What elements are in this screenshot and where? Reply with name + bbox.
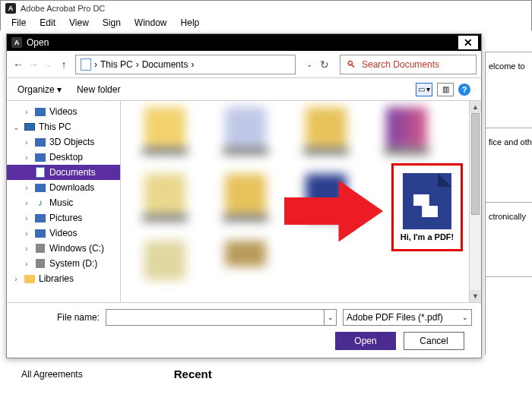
app-title: Adobe Acrobat Pro DC bbox=[21, 4, 105, 13]
recent-heading: Recent bbox=[174, 368, 212, 380]
highlighted-file[interactable]: Hi, I'm a PDF! bbox=[391, 163, 463, 251]
tree-item-label: Windows (C:) bbox=[49, 243, 104, 254]
scroll-up-icon[interactable]: ▲ bbox=[470, 101, 481, 113]
refresh-icon[interactable]: ↻ bbox=[320, 58, 329, 71]
expand-icon[interactable]: › bbox=[22, 184, 31, 192]
blue-icon bbox=[34, 182, 46, 193]
tree-item-label: Documents bbox=[49, 167, 96, 178]
toolbar-row: Organize ▾ New folder ▭ ▾ ▥ ? bbox=[7, 78, 481, 101]
cancel-button[interactable]: Cancel bbox=[404, 332, 464, 350]
expand-icon[interactable]: › bbox=[22, 138, 31, 147]
expand-icon[interactable]: › bbox=[22, 214, 31, 222]
expand-icon[interactable]: › bbox=[22, 245, 31, 253]
blue-icon bbox=[34, 213, 46, 223]
new-folder-button[interactable]: New folder bbox=[77, 84, 120, 95]
documents-icon bbox=[81, 58, 91, 71]
address-bar[interactable]: › This PC › Documents › bbox=[75, 55, 296, 74]
expand-icon[interactable]: › bbox=[22, 260, 31, 268]
acrobat-icon: A bbox=[11, 37, 22, 48]
tree-item-label: Videos bbox=[49, 106, 77, 117]
up-button[interactable]: ↑ bbox=[57, 56, 71, 73]
gray-icon bbox=[34, 243, 46, 254]
scroll-thumb[interactable] bbox=[471, 113, 480, 215]
tree-item-documents[interactable]: Documents bbox=[7, 165, 120, 180]
menu-sign[interactable]: Sign bbox=[97, 16, 127, 30]
search-icon: 🔍︎ bbox=[347, 59, 356, 70]
breadcrumb-this-pc[interactable]: This PC bbox=[100, 59, 133, 70]
tree-item-this-pc[interactable]: ⌄This PC bbox=[7, 119, 120, 134]
nav-arrows: ← → ⌄ ↑ bbox=[11, 56, 71, 73]
tree-item-label: This PC bbox=[39, 121, 71, 132]
expand-icon[interactable]: › bbox=[22, 153, 31, 162]
scrollbar[interactable]: ▲ ▼ bbox=[469, 101, 481, 302]
tree-item-label: Downloads bbox=[49, 182, 94, 193]
chevron-down-icon: ⌄ bbox=[462, 314, 468, 321]
red-arrow-annotation bbox=[284, 177, 383, 245]
gray-icon bbox=[34, 258, 46, 269]
right-panel-item: elcome to bbox=[486, 52, 532, 128]
view-mode-button[interactable]: ▭ ▾ bbox=[416, 83, 432, 96]
right-panel-item: ctronically bbox=[486, 203, 532, 277]
tree-item-3d-objects[interactable]: ›3D Objects bbox=[7, 134, 120, 150]
scroll-down-icon[interactable]: ▼ bbox=[470, 290, 481, 302]
nav-tree: ›Videos⌄This PC›3D Objects›DesktopDocume… bbox=[7, 101, 121, 302]
all-agreements-label[interactable]: All Agreements bbox=[21, 369, 83, 380]
tree-item-libraries[interactable]: ›Libraries bbox=[7, 271, 120, 286]
expand-icon[interactable]: › bbox=[22, 199, 31, 207]
open-button[interactable]: Open bbox=[335, 332, 396, 350]
acrobat-icon: A bbox=[5, 3, 16, 14]
tree-item-system-d-[interactable]: ›System (D:) bbox=[7, 256, 120, 271]
pdf-file-icon bbox=[403, 173, 451, 229]
right-panel: elcome to fice and other ctronically bbox=[485, 52, 532, 355]
tree-item-label: System (D:) bbox=[49, 258, 97, 269]
tree-item-label: Desktop bbox=[49, 152, 83, 162]
file-area: Hi, I'm a PDF! ▲ ▼ bbox=[121, 101, 481, 302]
filename-input[interactable]: ⌄ bbox=[106, 309, 337, 326]
expand-icon[interactable]: › bbox=[11, 275, 21, 283]
open-dialog: A Open ✕ ← → ⌄ ↑ › This PC › Documents ›… bbox=[6, 33, 482, 358]
music-icon bbox=[34, 197, 46, 208]
close-button[interactable]: ✕ bbox=[458, 36, 478, 49]
right-panel-item: fice and other bbox=[486, 128, 532, 203]
tree-item-videos[interactable]: ›Videos bbox=[7, 104, 120, 119]
file-label: Hi, I'm a PDF! bbox=[401, 232, 454, 241]
preview-pane-button[interactable]: ▥ bbox=[437, 83, 454, 96]
filename-label: File name: bbox=[57, 312, 100, 323]
dialog-titlebar: A Open ✕ bbox=[7, 34, 481, 51]
expand-icon[interactable]: ⌄ bbox=[11, 123, 21, 131]
search-box[interactable]: 🔍︎ Search Documents bbox=[340, 55, 477, 74]
tree-item-videos[interactable]: ›Videos bbox=[7, 226, 120, 241]
menu-view[interactable]: View bbox=[63, 16, 95, 30]
back-button[interactable]: ← bbox=[11, 56, 25, 73]
monitor-icon bbox=[24, 121, 36, 132]
tree-item-pictures[interactable]: ›Pictures bbox=[7, 210, 120, 226]
forward-button[interactable]: → bbox=[27, 56, 40, 73]
tree-item-desktop[interactable]: ›Desktop bbox=[7, 150, 120, 165]
recent-dropdown[interactable]: ⌄ bbox=[42, 56, 55, 73]
help-icon[interactable]: ? bbox=[458, 84, 470, 96]
tree-item-music[interactable]: ›Music bbox=[7, 195, 120, 210]
tree-item-downloads[interactable]: ›Downloads bbox=[7, 180, 120, 195]
tree-item-label: 3D Objects bbox=[49, 137, 94, 147]
filename-dropdown-icon[interactable]: ⌄ bbox=[324, 310, 336, 325]
folder-icon bbox=[24, 273, 36, 284]
menu-help[interactable]: Help bbox=[175, 16, 206, 30]
menu-edit[interactable]: Edit bbox=[33, 16, 62, 30]
expand-icon[interactable]: › bbox=[22, 229, 31, 238]
blue-icon bbox=[34, 137, 46, 147]
filetype-dropdown[interactable]: Adobe PDF Files (*.pdf) ⌄ bbox=[343, 309, 472, 326]
menu-window[interactable]: Window bbox=[128, 16, 173, 30]
below-content: All Agreements Recent bbox=[0, 363, 532, 385]
search-placeholder: Search Documents bbox=[362, 59, 439, 70]
organize-button[interactable]: Organize ▾ bbox=[17, 84, 62, 95]
menubar: File Edit View Sign Window Help bbox=[0, 15, 532, 30]
dialog-title: Open bbox=[27, 37, 49, 48]
tree-item-label: Pictures bbox=[49, 213, 82, 223]
breadcrumb-documents[interactable]: Documents bbox=[142, 59, 188, 70]
expand-icon[interactable]: › bbox=[22, 108, 31, 116]
tree-item-label: Videos bbox=[49, 228, 77, 238]
doc-icon bbox=[34, 167, 46, 178]
menu-file[interactable]: File bbox=[5, 16, 32, 30]
tree-item-windows-c-[interactable]: ›Windows (C:) bbox=[7, 241, 120, 256]
address-dropdown-icon[interactable]: ⌄ bbox=[306, 60, 312, 68]
